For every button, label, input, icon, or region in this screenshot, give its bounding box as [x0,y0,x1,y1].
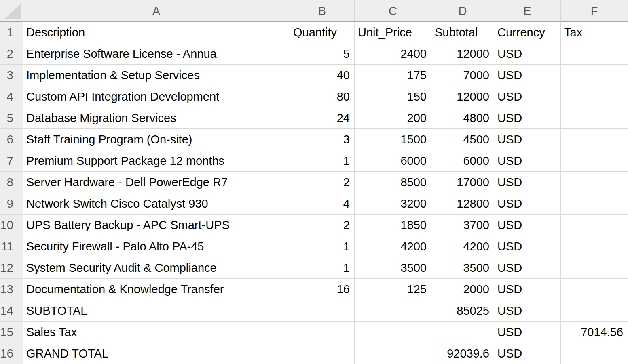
cell-C10[interactable]: 1850 [355,215,431,236]
cell-B8[interactable]: 2 [290,172,355,193]
cell-E9[interactable]: USD [494,193,561,215]
row-header-15[interactable]: 15 [0,322,23,343]
cell-A12[interactable]: System Security Audit & Compliance [23,257,290,279]
cell-B6[interactable]: 3 [290,129,355,150]
cell-F7[interactable] [561,150,628,172]
column-header-E[interactable]: E [494,0,561,22]
cell-D9[interactable]: 12800 [431,193,494,215]
cell-E15[interactable]: USD [494,322,561,343]
cell-B11[interactable]: 1 [290,236,355,257]
cell-A9[interactable]: Network Switch Cisco Catalyst 930 [23,193,290,215]
row-header-13[interactable]: 13 [0,279,23,300]
row-header-5[interactable]: 5 [0,107,23,129]
cell-B2[interactable]: 5 [290,43,355,65]
cell-E14[interactable]: USD [494,300,561,322]
cell-F8[interactable] [561,172,628,193]
row-header-4[interactable]: 4 [0,86,23,107]
row-header-12[interactable]: 12 [0,257,23,279]
cell-E3[interactable]: USD [494,65,561,86]
cell-B7[interactable]: 1 [290,150,355,172]
cell-F11[interactable] [561,236,628,257]
cell-F13[interactable] [561,279,628,300]
cell-E7[interactable]: USD [494,150,561,172]
select-all-corner[interactable] [0,0,23,22]
cell-B3[interactable]: 40 [290,65,355,86]
cell-B4[interactable]: 80 [290,86,355,107]
cell-A11[interactable]: Security Firewall - Palo Alto PA-45 [23,236,290,257]
cell-D7[interactable]: 6000 [431,150,494,172]
cell-D11[interactable]: 4200 [431,236,494,257]
row-header-6[interactable]: 6 [0,129,23,150]
cell-A15[interactable]: Sales Tax [23,322,290,343]
cell-C15[interactable] [355,322,431,343]
cell-A8[interactable]: Server Hardware - Dell PowerEdge R7 [23,172,290,193]
cell-E16[interactable]: USD [494,343,561,364]
column-header-A[interactable]: A [23,0,290,22]
cell-A2[interactable]: Enterprise Software License - Annua [23,43,290,65]
cell-C1[interactable]: Unit_Price [355,22,431,43]
cell-E11[interactable]: USD [494,236,561,257]
cell-F10[interactable] [561,215,628,236]
cell-F14[interactable] [561,300,628,322]
cell-D8[interactable]: 17000 [431,172,494,193]
cell-D1[interactable]: Subtotal [431,22,494,43]
row-header-16[interactable]: 16 [0,343,23,364]
cell-C16[interactable] [355,343,431,364]
cell-F9[interactable] [561,193,628,215]
cell-D3[interactable]: 7000 [431,65,494,86]
cell-F2[interactable] [561,43,628,65]
cell-C7[interactable]: 6000 [355,150,431,172]
cell-D16[interactable]: 92039.6 [431,343,494,364]
cell-F5[interactable] [561,107,628,129]
cell-F15[interactable]: 7014.56 [561,322,628,343]
cell-D15[interactable] [431,322,494,343]
cell-C12[interactable]: 3500 [355,257,431,279]
cell-B1[interactable]: Quantity [290,22,355,43]
cell-B15[interactable] [290,322,355,343]
cell-C11[interactable]: 4200 [355,236,431,257]
cell-F16[interactable] [561,343,628,364]
cell-B5[interactable]: 24 [290,107,355,129]
column-header-F[interactable]: F [561,0,628,22]
cell-D12[interactable]: 3500 [431,257,494,279]
column-header-D[interactable]: D [431,0,494,22]
cell-B13[interactable]: 16 [290,279,355,300]
row-header-9[interactable]: 9 [0,193,23,215]
cell-E2[interactable]: USD [494,43,561,65]
cell-C3[interactable]: 175 [355,65,431,86]
cell-C9[interactable]: 3200 [355,193,431,215]
cell-F3[interactable] [561,65,628,86]
cell-D14[interactable]: 85025 [431,300,494,322]
cell-A7[interactable]: Premium Support Package 12 months [23,150,290,172]
cell-B9[interactable]: 4 [290,193,355,215]
cell-B12[interactable]: 1 [290,257,355,279]
cell-A16[interactable]: GRAND TOTAL [23,343,290,364]
cell-D5[interactable]: 4800 [431,107,494,129]
cell-A3[interactable]: Implementation & Setup Services [23,65,290,86]
cell-B16[interactable] [290,343,355,364]
cell-F6[interactable] [561,129,628,150]
column-header-C[interactable]: C [355,0,431,22]
cell-A10[interactable]: UPS Battery Backup - APC Smart-UPS [23,215,290,236]
cell-B10[interactable]: 2 [290,215,355,236]
cell-A4[interactable]: Custom API Integration Development [23,86,290,107]
cell-F12[interactable] [561,257,628,279]
cell-E5[interactable]: USD [494,107,561,129]
row-header-2[interactable]: 2 [0,43,23,65]
cell-C5[interactable]: 200 [355,107,431,129]
cell-F4[interactable] [561,86,628,107]
cell-D13[interactable]: 2000 [431,279,494,300]
cell-D2[interactable]: 12000 [431,43,494,65]
cell-A5[interactable]: Database Migration Services [23,107,290,129]
cell-C14[interactable] [355,300,431,322]
cell-D4[interactable]: 12000 [431,86,494,107]
row-header-11[interactable]: 11 [0,236,23,257]
cell-F1[interactable]: Tax [561,22,628,43]
cell-A6[interactable]: Staff Training Program (On-site) [23,129,290,150]
cell-E6[interactable]: USD [494,129,561,150]
row-header-14[interactable]: 14 [0,300,23,322]
row-header-1[interactable]: 1 [0,22,23,43]
cell-E13[interactable]: USD [494,279,561,300]
cell-B14[interactable] [290,300,355,322]
cell-D6[interactable]: 4500 [431,129,494,150]
